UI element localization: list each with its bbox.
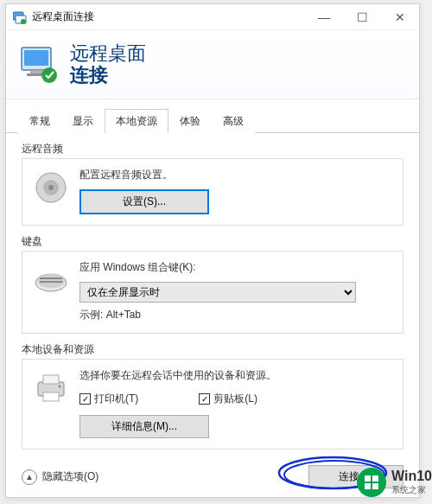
svg-point-10 <box>48 185 54 190</box>
header-line1: 远程桌面 <box>70 43 146 64</box>
watermark-sub: 系统之家 <box>391 484 432 496</box>
tab-content: 远程音频 配置远程音频设置。 设置(S)... 键盘 <box>6 133 419 463</box>
watermark: Win10 系统之家 <box>357 468 432 497</box>
tab-experience[interactable]: 体验 <box>168 109 212 133</box>
svg-rect-13 <box>40 278 62 279</box>
svg-rect-22 <box>372 475 378 482</box>
group-title-audio: 远程音频 <box>22 142 403 156</box>
header-text: 远程桌面 连接 <box>70 43 146 85</box>
group-title-keyboard: 键盘 <box>22 234 403 249</box>
svg-point-2 <box>21 19 26 24</box>
watermark-brand: Win10 <box>391 469 432 483</box>
tab-local-resources[interactable]: 本地资源 <box>105 109 168 133</box>
tab-display[interactable]: 显示 <box>61 109 105 133</box>
window-controls: — ☐ ✕ <box>305 4 419 30</box>
svg-rect-16 <box>43 375 59 384</box>
keyboard-icon <box>33 262 69 298</box>
audio-desc: 配置远程音频设置。 <box>79 168 392 182</box>
checkmark-icon: ✓ <box>79 393 91 405</box>
keyboard-label: 应用 Windows 组合键(K): <box>79 260 392 275</box>
clipboard-checkbox[interactable]: ✓ 剪贴板(L) <box>199 392 257 406</box>
printer-checkbox-label: 打印机(T) <box>94 392 138 406</box>
svg-rect-17 <box>43 392 59 401</box>
header: 远程桌面 连接 <box>6 30 419 99</box>
keyboard-example: 示例: Alt+Tab <box>79 308 392 322</box>
printer-icon <box>33 370 69 406</box>
details-button[interactable]: 详细信息(M)... <box>79 415 209 438</box>
svg-point-18 <box>59 386 61 388</box>
group-keyboard: 键盘 应用 Windows 组合键(K): 仅在全屏显示时 示例: Alt+Ta… <box>22 234 403 334</box>
tab-general[interactable]: 常规 <box>18 109 61 133</box>
checkmark-icon: ✓ <box>199 393 210 405</box>
app-icon <box>13 10 27 24</box>
svg-rect-21 <box>365 475 371 482</box>
chevron-up-icon: ▲ <box>22 469 37 485</box>
devices-desc: 选择你要在远程会话中使用的设备和资源。 <box>79 368 392 383</box>
svg-rect-5 <box>30 70 42 73</box>
audio-settings-button[interactable]: 设置(S)... <box>79 189 209 214</box>
windows-badge-icon <box>357 468 386 497</box>
rdp-large-icon <box>18 44 60 86</box>
close-button[interactable]: ✕ <box>381 4 419 30</box>
hide-options-button[interactable]: ▲ 隐藏选项(O) <box>22 469 98 485</box>
keyboard-combo-select[interactable]: 仅在全屏显示时 <box>79 282 356 303</box>
svg-rect-14 <box>40 281 62 283</box>
minimize-button[interactable]: — <box>305 4 343 30</box>
svg-rect-4 <box>24 50 48 66</box>
tab-advanced[interactable]: 高级 <box>212 109 255 133</box>
maximize-button[interactable]: ☐ <box>343 4 381 30</box>
rdp-window: 远程桌面连接 — ☐ ✕ 远程桌面 连接 常规 显示 本地资源 体验 高级 <box>5 3 420 498</box>
printer-checkbox[interactable]: ✓ 打印机(T) <box>79 392 138 406</box>
svg-rect-23 <box>365 483 371 489</box>
svg-rect-24 <box>372 483 378 489</box>
group-title-devices: 本地设备和资源 <box>22 342 403 357</box>
speaker-icon <box>33 169 69 206</box>
group-devices: 本地设备和资源 选择你要在远程会话中使用的设备和资源。 ✓ 打印机(T) <box>22 342 403 450</box>
hide-options-label: 隐藏选项(O) <box>42 469 98 484</box>
header-line2: 连接 <box>70 65 146 86</box>
tab-bar: 常规 显示 本地资源 体验 高级 <box>6 99 419 133</box>
window-title: 远程桌面连接 <box>32 10 94 24</box>
svg-point-7 <box>41 67 57 83</box>
titlebar: 远程桌面连接 — ☐ ✕ <box>6 4 419 30</box>
group-remote-audio: 远程音频 配置远程音频设置。 设置(S)... <box>22 142 403 226</box>
clipboard-checkbox-label: 剪贴板(L) <box>213 392 257 406</box>
